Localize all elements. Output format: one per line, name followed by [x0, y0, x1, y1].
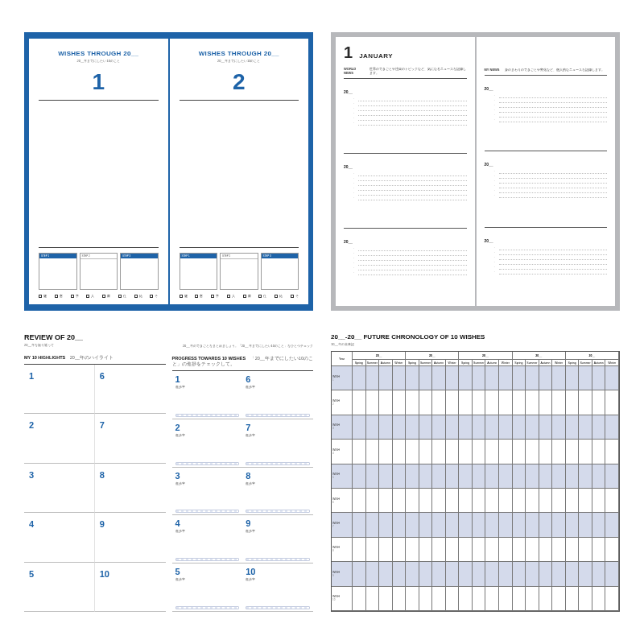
- highlight-cell[interactable]: 7: [95, 414, 166, 463]
- chronology-cell[interactable]: [432, 366, 446, 390]
- chronology-cell[interactable]: [419, 513, 433, 537]
- chronology-cell[interactable]: [432, 440, 446, 464]
- chronology-cell[interactable]: [406, 464, 419, 489]
- highlight-cell[interactable]: 3: [24, 464, 95, 513]
- chronology-cell[interactable]: [552, 366, 566, 390]
- chronology-cell[interactable]: [459, 390, 473, 415]
- chronology-cell[interactable]: [393, 513, 407, 537]
- chronology-cell[interactable]: [592, 464, 606, 489]
- chronology-cell[interactable]: [419, 440, 433, 464]
- chronology-cell[interactable]: [446, 587, 460, 611]
- chronology-cell[interactable]: [366, 390, 380, 415]
- wish-step-box[interactable]: STEP 3: [261, 253, 299, 290]
- chronology-cell[interactable]: [419, 562, 433, 586]
- highlight-cell[interactable]: 5: [24, 563, 95, 612]
- chronology-cell[interactable]: [379, 513, 393, 537]
- chronology-cell[interactable]: [605, 415, 619, 440]
- chronology-cell[interactable]: [406, 366, 419, 390]
- check-item[interactable]: 結: [134, 295, 142, 298]
- wish-step-box[interactable]: STEP 2: [220, 253, 258, 290]
- chronology-cell[interactable]: [485, 440, 499, 464]
- chronology-cell[interactable]: [406, 538, 419, 562]
- chronology-cell[interactable]: [526, 587, 539, 611]
- chronology-cell[interactable]: [552, 440, 566, 464]
- year-block[interactable]: 20__: [485, 227, 608, 299]
- chronology-cell[interactable]: [552, 390, 566, 415]
- chronology-cell[interactable]: [366, 587, 380, 611]
- chronology-cell[interactable]: [432, 489, 446, 513]
- chronology-cell[interactable]: [393, 464, 407, 489]
- chronology-cell[interactable]: [432, 513, 446, 537]
- chronology-cell[interactable]: [526, 538, 539, 562]
- chronology-cell[interactable]: [446, 440, 460, 464]
- chronology-cell[interactable]: [366, 366, 380, 390]
- chronology-cell[interactable]: [552, 513, 566, 537]
- chronology-cell[interactable]: [446, 390, 460, 415]
- chronology-cell[interactable]: [459, 513, 473, 537]
- chronology-cell[interactable]: [393, 415, 407, 440]
- chronology-cell[interactable]: [353, 440, 366, 464]
- chronology-cell[interactable]: [379, 390, 393, 415]
- chronology-cell[interactable]: [393, 587, 407, 611]
- chronology-cell[interactable]: [446, 538, 460, 562]
- year-block[interactable]: 20__: [485, 75, 608, 147]
- chronology-cell[interactable]: [353, 366, 366, 390]
- progress-cell[interactable]: 7進歩率: [242, 419, 313, 468]
- wish-step-box[interactable]: STEP 1: [180, 253, 218, 290]
- chronology-cell[interactable]: [513, 464, 526, 489]
- chronology-cell[interactable]: [552, 587, 566, 611]
- chronology-cell[interactable]: [446, 489, 460, 513]
- chronology-cell[interactable]: [459, 562, 473, 586]
- progress-cell[interactable]: 9進歩率: [242, 515, 313, 564]
- chronology-cell[interactable]: [539, 489, 553, 513]
- check-item[interactable]: 人: [227, 295, 235, 298]
- progress-cell[interactable]: 1進歩率: [172, 371, 243, 419]
- chronology-cell[interactable]: [473, 415, 486, 440]
- chronology-cell[interactable]: [566, 538, 580, 562]
- chronology-cell[interactable]: [459, 538, 473, 562]
- chronology-cell[interactable]: [379, 464, 393, 489]
- chronology-cell[interactable]: [513, 415, 526, 440]
- chronology-cell[interactable]: [579, 562, 592, 586]
- chronology-cell[interactable]: [552, 415, 566, 440]
- highlight-cell[interactable]: 4: [24, 513, 95, 562]
- chronology-cell[interactable]: [579, 390, 592, 415]
- wish-step-box[interactable]: STEP 3: [120, 253, 159, 290]
- chronology-cell[interactable]: [353, 489, 366, 513]
- chronology-cell[interactable]: [605, 366, 619, 390]
- chronology-cell[interactable]: [526, 415, 539, 440]
- chronology-cell[interactable]: [592, 366, 606, 390]
- chronology-cell[interactable]: [592, 562, 606, 586]
- chronology-cell[interactable]: [579, 587, 592, 611]
- chronology-cell[interactable]: [485, 538, 499, 562]
- chronology-cell[interactable]: [419, 538, 433, 562]
- chronology-cell[interactable]: [353, 390, 366, 415]
- chronology-cell[interactable]: [592, 390, 606, 415]
- highlight-cell[interactable]: 6: [95, 365, 166, 414]
- chronology-cell[interactable]: [379, 440, 393, 464]
- chronology-cell[interactable]: [432, 562, 446, 586]
- chronology-cell[interactable]: [459, 415, 473, 440]
- progress-cell[interactable]: 5進歩率: [172, 564, 243, 612]
- chronology-cell[interactable]: [499, 538, 513, 562]
- chronology-cell[interactable]: [432, 464, 446, 489]
- highlight-cell[interactable]: 9: [95, 513, 166, 562]
- chronology-cell[interactable]: [406, 513, 419, 537]
- check-item[interactable]: 富: [55, 295, 63, 298]
- chronology-cell[interactable]: [485, 587, 499, 611]
- chronology-cell[interactable]: [446, 513, 460, 537]
- wish-writing-area[interactable]: [39, 101, 159, 247]
- chronology-cell[interactable]: [566, 562, 580, 586]
- chronology-cell[interactable]: [566, 513, 580, 537]
- chronology-cell[interactable]: [485, 390, 499, 415]
- check-item[interactable]: 学: [71, 295, 79, 298]
- chronology-cell[interactable]: [499, 415, 513, 440]
- chronology-cell[interactable]: [539, 390, 553, 415]
- chronology-cell[interactable]: [605, 538, 619, 562]
- check-item[interactable]: 家: [102, 295, 110, 298]
- chronology-cell[interactable]: [432, 415, 446, 440]
- chronology-cell[interactable]: [566, 464, 580, 489]
- chronology-cell[interactable]: [552, 464, 566, 489]
- chronology-cell[interactable]: [406, 587, 419, 611]
- chronology-cell[interactable]: [393, 390, 407, 415]
